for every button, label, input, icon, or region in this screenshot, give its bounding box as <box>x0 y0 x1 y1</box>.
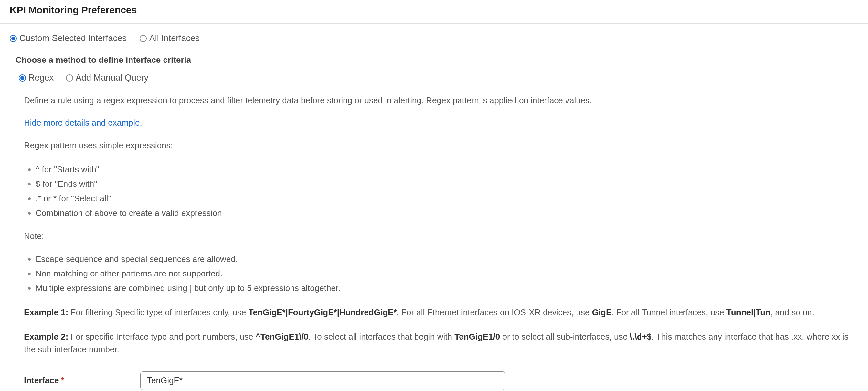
interface-scope-radio-group: Custom Selected Interfaces All Interface… <box>10 33 858 44</box>
radio-icon <box>140 35 147 42</box>
radio-regex[interactable]: Regex <box>19 73 54 83</box>
list-item: Multiple expressions are combined using … <box>35 282 858 295</box>
radio-icon <box>66 75 73 82</box>
details-lead: Regex pattern uses simple expressions: <box>24 140 858 151</box>
method-heading: Choose a method to define interface crit… <box>16 55 858 65</box>
list-item: .* or * for "Select all" <box>35 192 858 205</box>
interface-field-label-wrap: Interface * <box>24 375 140 386</box>
list-item: Escape sequence and special sequences ar… <box>35 253 858 266</box>
radio-label: Add Manual Query <box>75 73 148 83</box>
example-label: Example 2: <box>24 332 68 341</box>
radio-add-manual-query[interactable]: Add Manual Query <box>66 73 148 83</box>
interface-field-row: Interface * <box>24 371 858 390</box>
example-label: Example 1: <box>24 307 68 317</box>
note-label: Note: <box>24 231 858 241</box>
radio-icon <box>10 35 17 42</box>
list-item: $ for "Ends with" <box>35 178 858 190</box>
radio-label: Regex <box>28 73 54 83</box>
preferences-body: Custom Selected Interfaces All Interface… <box>0 24 868 390</box>
hide-details-link[interactable]: Hide more details and example. <box>24 118 142 128</box>
radio-label: Custom Selected Interfaces <box>20 33 127 44</box>
list-item: Combination of above to create a valid e… <box>35 207 858 219</box>
page-header: KPI Monitoring Preferences <box>0 0 868 24</box>
radio-label: All Interfaces <box>149 33 200 44</box>
radio-icon <box>19 75 26 82</box>
regex-expression-list: ^ for "Starts with" $ for "Ends with" .*… <box>24 163 858 219</box>
example-1: Example 1: For filtering Specific type o… <box>24 306 858 319</box>
radio-all-interfaces[interactable]: All Interfaces <box>140 33 200 44</box>
method-radio-group: Regex Add Manual Query <box>19 73 858 83</box>
intro-text: Define a rule using a regex expression t… <box>24 94 858 106</box>
radio-custom-selected-interfaces[interactable]: Custom Selected Interfaces <box>10 33 127 44</box>
list-item: Non-matching or other patterns are not s… <box>35 267 858 280</box>
note-list: Escape sequence and special sequences ar… <box>24 253 858 295</box>
list-item: ^ for "Starts with" <box>35 163 858 176</box>
regex-details-content: Define a rule using a regex expression t… <box>24 94 858 390</box>
required-marker: * <box>61 375 64 386</box>
example-2: Example 2: For specific Interface type a… <box>24 331 858 356</box>
page-title: KPI Monitoring Preferences <box>10 4 137 15</box>
interface-regex-input[interactable] <box>140 371 505 390</box>
interface-field-label: Interface <box>24 375 59 386</box>
